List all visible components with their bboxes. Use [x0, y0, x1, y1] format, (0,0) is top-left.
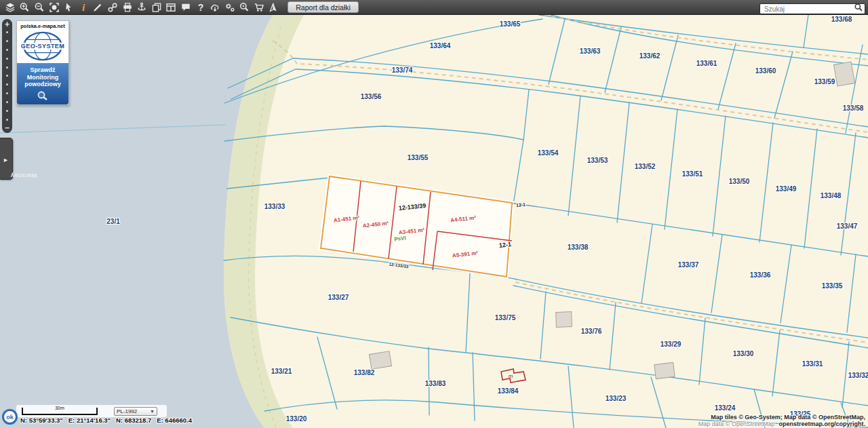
search-icon[interactable]: [854, 3, 863, 15]
zoom-out-control[interactable]: –: [5, 122, 9, 133]
report-parcel-button[interactable]: Raport dla działki: [288, 1, 359, 13]
banner-line: Sprawdź: [18, 66, 67, 74]
map-drawing: m: [0, 0, 868, 428]
help-icon[interactable]: ?: [195, 2, 206, 13]
layers-tab-label: ▼ Warstwy: [2, 139, 10, 181]
building: [654, 362, 675, 378]
measure-icon[interactable]: [92, 2, 103, 13]
map-attribution: Map tiles © Geo-System; Map data © OpenS…: [698, 414, 865, 427]
building: [369, 351, 391, 369]
chevron-down-icon: ▼: [150, 409, 155, 414]
building: [556, 312, 572, 328]
layers-icon[interactable]: [5, 2, 16, 13]
print-icon[interactable]: [122, 2, 133, 13]
layout-icon[interactable]: [165, 2, 176, 13]
svg-text:?: ?: [197, 2, 203, 13]
copy-icon[interactable]: [151, 2, 162, 13]
svg-text:i: i: [82, 3, 85, 13]
banner-magnifier-icon: [18, 90, 67, 103]
attribution-line2[interactable]: openstreetmap.org/copyright.: [778, 421, 865, 427]
search-box: [760, 2, 865, 13]
north-arrow-icon[interactable]: [268, 2, 279, 13]
cloud-download-icon[interactable]: [210, 2, 220, 13]
zoom-in-icon[interactable]: [19, 2, 30, 13]
ok-button[interactable]: ok: [2, 409, 18, 425]
link-icon[interactable]: [107, 2, 118, 13]
settings-icon[interactable]: [224, 2, 235, 13]
zoom-out-icon[interactable]: [34, 2, 45, 13]
top-toolbar: i? Raport dla działki: [0, 0, 868, 15]
projection-select[interactable]: PL-1992 ▼: [114, 407, 157, 416]
zoom-in-control[interactable]: +: [5, 19, 9, 30]
attribution-line1: Map tiles © Geo-System; Map data © OpenS…: [698, 414, 865, 421]
search-input[interactable]: [760, 3, 865, 14]
scale-label: 30m: [23, 406, 96, 410]
banner-line: Monitoring: [18, 74, 67, 81]
layers-panel-tab[interactable]: ▼ Warstwy: [0, 138, 13, 180]
geo-system-logo: GEO-SYSTEM: [21, 31, 64, 62]
site-name: polska.e-mapa.net: [17, 21, 68, 30]
comment-icon[interactable]: [180, 2, 191, 13]
svg-text:GEO-SYSTEM: GEO-SYSTEM: [21, 43, 64, 50]
banner-line: powodziowy: [18, 81, 67, 88]
map-canvas[interactable]: m 133/65133/68133/64133/63133/62133/6113…: [0, 0, 868, 428]
zoom-slider-track[interactable]: [6, 30, 8, 122]
building: [833, 62, 854, 86]
anchor-icon[interactable]: [136, 2, 147, 13]
scale-bar: 30m: [22, 408, 98, 415]
cart-icon[interactable]: [254, 2, 264, 13]
zoom-slider[interactable]: + –: [2, 19, 12, 133]
full-extent-icon[interactable]: [49, 2, 60, 13]
coordinates-readout: N: 53°59'33.3" E: 21°14'16.3" N: 683218.…: [20, 416, 192, 424]
projection-value: PL-1992: [117, 408, 137, 414]
pointer-icon[interactable]: [63, 2, 74, 13]
info-icon[interactable]: i: [78, 2, 89, 13]
building-label: m: [509, 373, 513, 379]
magnifier-icon[interactable]: [239, 2, 250, 13]
flood-monitoring-banner[interactable]: Sprawdź Monitoring powodziowy: [17, 63, 68, 104]
attribution-osm: Map data © OpenStreetMap: [698, 421, 775, 427]
branding-panel[interactable]: polska.e-mapa.net GEO-SYSTEM Sprawdź Mon…: [16, 20, 69, 105]
